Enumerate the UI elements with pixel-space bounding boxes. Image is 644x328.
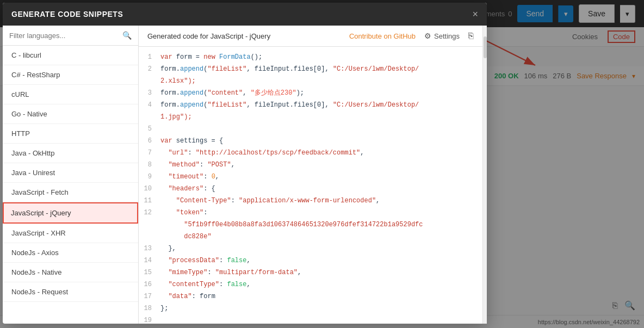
code-content[interactable]: 1var form = new FormData();2form.append(…: [139, 47, 482, 324]
line-number: 6: [139, 135, 160, 146]
line-code: var form = new FormData();: [160, 52, 482, 63]
lang-item-curl[interactable]: cURL: [3, 85, 138, 104]
code-line: 2form.append("fileList", fileInput.files…: [139, 63, 482, 75]
line-number: 7: [139, 147, 160, 158]
code-line: 11 "Content-Type": "application/x-www-fo…: [139, 195, 482, 207]
code-line: 19: [139, 314, 482, 324]
modal-scrollbar-thumb: [484, 36, 487, 58]
code-line: 14 "processData": false,: [139, 255, 482, 267]
contribute-link[interactable]: Contribute on GitHub: [349, 32, 416, 40]
code-line: 18};: [139, 302, 482, 314]
line-code: var settings = {: [160, 135, 482, 146]
lang-item-http[interactable]: HTTP: [3, 124, 138, 144]
code-line: 15 "mimeType": "multipart/form-data",: [139, 267, 482, 279]
code-line: 9 "timeout": 0,: [139, 171, 482, 183]
code-line: 6var settings = {: [139, 135, 482, 147]
gear-icon: ⚙: [424, 32, 431, 40]
code-line: 8 "method": "POST",: [139, 159, 482, 171]
line-code: 2.xlsx");: [160, 76, 482, 86]
line-number: 15: [139, 267, 160, 278]
line-code: 1.jpg");: [160, 112, 482, 122]
line-number: 17: [139, 291, 160, 302]
language-search-input[interactable]: [9, 32, 118, 40]
code-line: 13 },: [139, 243, 482, 255]
lang-item-nodejs-axios[interactable]: NodeJs - Axios: [3, 243, 138, 263]
modal-scrollbar[interactable]: [482, 26, 487, 324]
code-line: 2.xlsx");: [139, 75, 482, 87]
line-number: 16: [139, 279, 160, 290]
line-code: "contentType": false,: [160, 279, 482, 290]
line-code: form.append("fileList", fileInput.files[…: [160, 64, 482, 75]
modal-body: 🔍 C - libcurlC# - RestSharpcURLGo - Nati…: [3, 26, 487, 324]
lang-item-javascript-fetch[interactable]: JavaScript - Fetch: [3, 183, 138, 202]
line-code: "method": "POST",: [160, 159, 482, 170]
line-code: "url": "http://localhost/tps/scp/feedbac…: [160, 147, 482, 158]
settings-label: Settings: [434, 32, 460, 40]
code-line: dc828e": [139, 231, 482, 243]
line-code: };: [160, 303, 482, 314]
line-number: 11: [139, 195, 160, 206]
line-code: form.append("content", "多少给点230");: [160, 88, 482, 98]
line-number: 18: [139, 303, 160, 314]
line-number: 9: [139, 171, 160, 182]
line-code: "Content-Type": "application/x-www-form-…: [160, 195, 482, 206]
lang-item-nodejs-request[interactable]: NodeJs - Request: [3, 282, 138, 302]
line-number: 19: [139, 315, 160, 324]
modal-close-button[interactable]: ×: [472, 9, 478, 19]
line-number: 1: [139, 52, 160, 63]
modal-header: GENERATE CODE SNIPPETS ×: [3, 3, 487, 26]
line-code: "data": form: [160, 291, 482, 302]
lang-item-java-okhttp[interactable]: Java - OkHttp: [3, 144, 138, 163]
code-line: "5f1b9ff0e4b08b8a8fa3d106374864651320e97…: [139, 219, 482, 231]
code-toolbar: Generated code for JavaScript - jQuery C…: [139, 26, 482, 47]
line-number: 5: [139, 123, 160, 134]
line-number: 4: [139, 100, 160, 110]
lang-item-c-libcurl[interactable]: C - libcurl: [3, 46, 138, 65]
line-code: "processData": false,: [160, 255, 482, 266]
code-title: Generated code for JavaScript - jQuery: [147, 32, 270, 40]
code-line: 3form.append("content", "多少给点230");: [139, 87, 482, 99]
code-line: 12 "token":: [139, 207, 482, 219]
lang-item-nodejs-native[interactable]: NodeJs - Native: [3, 263, 138, 282]
lang-item-csharp-restsharp[interactable]: C# - RestSharp: [3, 65, 138, 85]
line-number: 3: [139, 88, 160, 98]
copy-code-button[interactable]: ⎘: [468, 31, 474, 41]
code-line: 5: [139, 123, 482, 135]
line-number: 2: [139, 64, 160, 75]
code-line: 1.jpg");: [139, 111, 482, 123]
code-line: 17 "data": form: [139, 290, 482, 302]
line-code: "token":: [160, 207, 482, 218]
code-line: 7 "url": "http://localhost/tps/scp/feedb…: [139, 147, 482, 159]
lang-item-javascript-xhr[interactable]: JavaScript - XHR: [3, 224, 138, 243]
line-code: "5f1b9ff0e4b08b8a8fa3d106374864651320e97…: [160, 219, 482, 230]
line-code: form.append("fileList", fileInput.files[…: [160, 100, 482, 110]
line-code: "mimeType": "multipart/form-data",: [160, 267, 482, 278]
code-line: 1var form = new FormData();: [139, 51, 482, 63]
search-icon: 🔍: [122, 31, 132, 40]
settings-button[interactable]: ⚙ Settings: [424, 32, 460, 40]
line-number: 12: [139, 207, 160, 218]
line-number: 8: [139, 159, 160, 170]
code-line: 10 "headers": {: [139, 183, 482, 195]
lang-item-go-native[interactable]: Go - Native: [3, 104, 138, 124]
language-search-container: 🔍: [3, 26, 138, 46]
lang-item-java-unirest[interactable]: Java - Unirest: [3, 163, 138, 183]
modal-overlay[interactable]: GENERATE CODE SNIPPETS × 🔍 C - libcurlC#…: [0, 0, 644, 328]
line-code: dc828e": [160, 231, 482, 242]
modal-title: GENERATE CODE SNIPPETS: [11, 10, 123, 18]
line-code: "timeout": 0,: [160, 171, 482, 182]
lang-item-javascript-jquery[interactable]: JavaScript - jQuery: [3, 202, 138, 224]
code-line: 16 "contentType": false,: [139, 279, 482, 290]
code-toolbar-right: Contribute on GitHub ⚙ Settings ⎘: [349, 31, 474, 41]
language-sidebar: 🔍 C - libcurlC# - RestSharpcURLGo - Nati…: [3, 26, 139, 324]
generate-code-modal: GENERATE CODE SNIPPETS × 🔍 C - libcurlC#…: [3, 3, 487, 324]
code-line: 4form.append("fileList", fileInput.files…: [139, 99, 482, 111]
line-code: "headers": {: [160, 183, 482, 194]
code-area: Generated code for JavaScript - jQuery C…: [139, 26, 482, 324]
language-list: C - libcurlC# - RestSharpcURLGo - Native…: [3, 46, 138, 324]
line-number: 14: [139, 255, 160, 266]
line-code: },: [160, 243, 482, 254]
line-number: 13: [139, 243, 160, 254]
line-number: 10: [139, 183, 160, 194]
